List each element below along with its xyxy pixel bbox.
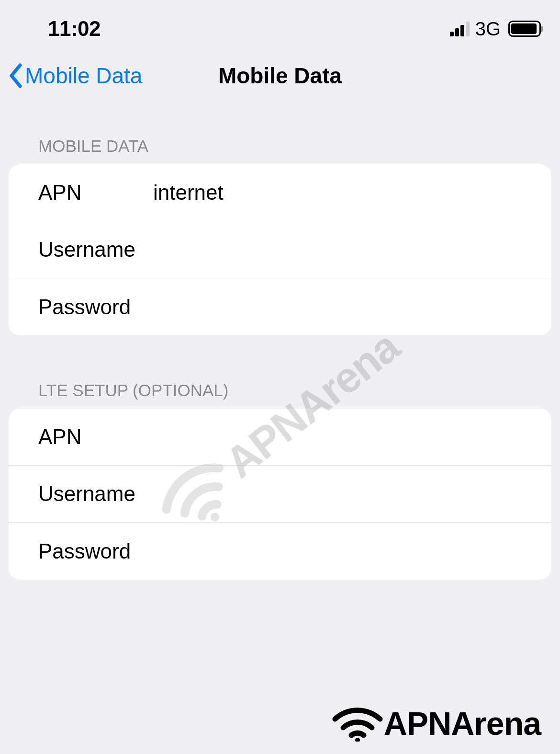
lte-apn-label: APN (38, 425, 153, 449)
status-bar: 11:02 3G (0, 0, 560, 48)
password-label: Password (38, 295, 153, 319)
content-area: MOBILE DATA APN Username Password LTE SE… (0, 105, 560, 580)
lte-password-label: Password (38, 539, 153, 563)
lte-setup-section-header: LTE SETUP (OPTIONAL) (0, 381, 560, 409)
back-button[interactable]: Mobile Data (9, 63, 142, 89)
signal-strength-icon (450, 21, 470, 36)
back-label: Mobile Data (25, 63, 142, 89)
lte-username-row[interactable]: Username (9, 466, 551, 523)
network-type-label: 3G (475, 18, 501, 40)
status-right: 3G (450, 18, 541, 40)
watermark-bottom: APNArena (331, 705, 541, 742)
password-row[interactable]: Password (9, 278, 551, 335)
apn-row[interactable]: APN (9, 164, 551, 221)
apn-label: APN (38, 181, 153, 205)
lte-password-input[interactable] (153, 539, 551, 563)
lte-password-row[interactable]: Password (9, 523, 551, 580)
lte-username-input[interactable] (153, 482, 551, 506)
wifi-icon (331, 706, 384, 742)
apn-input[interactable] (153, 181, 551, 205)
svg-point-1 (355, 738, 360, 742)
username-row[interactable]: Username (9, 221, 551, 278)
battery-icon (508, 21, 541, 37)
lte-username-label: Username (38, 482, 153, 506)
username-label: Username (38, 238, 153, 262)
back-chevron-icon (9, 63, 23, 88)
mobile-data-section-header: MOBILE DATA (0, 137, 560, 164)
username-input[interactable] (153, 238, 551, 262)
lte-apn-row[interactable]: APN (9, 409, 551, 466)
watermark-bottom-text: APNArena (384, 705, 541, 742)
navigation-bar: Mobile Data Mobile Data (0, 48, 560, 105)
lte-apn-input[interactable] (153, 425, 551, 449)
password-input[interactable] (153, 295, 551, 319)
mobile-data-settings-group: APN Username Password (9, 164, 551, 335)
status-time: 11:02 (48, 17, 101, 41)
page-title: Mobile Data (218, 63, 342, 89)
lte-setup-settings-group: APN Username Password (9, 409, 551, 580)
